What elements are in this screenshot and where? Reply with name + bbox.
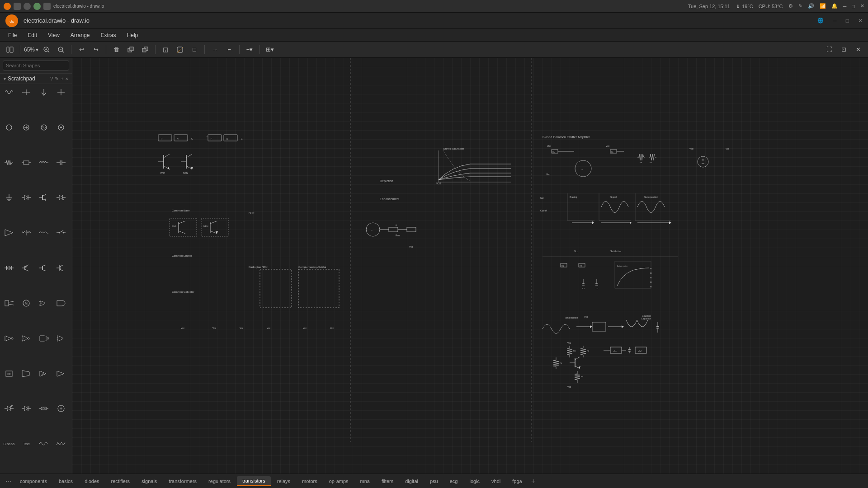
shape-arrow-down[interactable] <box>37 86 51 99</box>
tab-mna[interactable]: mna <box>355 477 375 486</box>
edit-icon[interactable]: ✎ <box>798 3 802 9</box>
menu-edit[interactable]: Edit <box>23 31 42 39</box>
shape-coil[interactable] <box>37 156 51 169</box>
shape-zener[interactable] <box>54 191 68 204</box>
shape-ground[interactable] <box>2 191 16 204</box>
sys-icon-5[interactable] <box>43 3 51 10</box>
tab-regulators[interactable]: regulators <box>203 477 236 486</box>
window-minimize[interactable]: ─ <box>843 4 847 9</box>
shape-not[interactable] <box>2 332 16 345</box>
shape-wave2[interactable] <box>37 437 51 450</box>
tab-rectifiers[interactable]: rectifiers <box>106 477 136 486</box>
shape-circle-dot[interactable] <box>54 121 68 134</box>
shape-diode[interactable] <box>19 191 33 204</box>
shape-label-text[interactable]: Text <box>19 437 33 450</box>
shape-vcvs[interactable] <box>54 402 68 415</box>
title-close[interactable]: ✕ <box>858 18 863 24</box>
sys-icon-2[interactable] <box>14 3 21 10</box>
window-maximize[interactable]: □ <box>852 4 855 9</box>
notification-icon[interactable]: 🔔 <box>831 3 838 9</box>
tab-relays[interactable]: relays <box>272 477 296 486</box>
tab-transformers[interactable]: transformers <box>163 477 202 486</box>
shape-nand[interactable] <box>37 332 51 345</box>
zoom-control[interactable]: 65% ▾ <box>24 47 38 53</box>
canvas-area[interactable]: P N C → P N C PNP <box>72 58 868 474</box>
tab-signals[interactable]: signals <box>136 477 162 486</box>
scratchpad-close-icon[interactable]: × <box>66 76 68 81</box>
tab-logic[interactable]: logic <box>464 477 485 486</box>
shape-capacitor[interactable] <box>54 156 68 169</box>
volume-icon[interactable]: 🔊 <box>808 3 814 9</box>
shape-sine[interactable] <box>2 86 16 99</box>
window-close[interactable]: ✕ <box>860 3 864 9</box>
shape-plus-cross[interactable] <box>54 86 68 99</box>
shape-and[interactable] <box>54 297 68 310</box>
rect-btn[interactable]: □ <box>188 44 201 56</box>
scratchpad-collapse-icon[interactable]: ▾ <box>4 76 6 81</box>
shape-mosfet[interactable] <box>54 262 68 274</box>
shape-zigzag[interactable] <box>54 437 68 450</box>
shape-transformer[interactable] <box>19 226 33 239</box>
shape-jfet[interactable] <box>37 262 51 274</box>
tab-ecg[interactable]: ecg <box>444 477 463 486</box>
shape-wave-resistor[interactable] <box>2 156 16 169</box>
tab-components[interactable]: components <box>14 477 52 486</box>
shape-or[interactable] <box>54 332 68 345</box>
shape-relay[interactable] <box>2 297 16 310</box>
shape-motor[interactable]: M <box>19 297 33 310</box>
fullscreen-btn[interactable]: ⛶ <box>823 44 835 56</box>
menu-extras[interactable]: Extras <box>96 31 121 39</box>
title-minimize[interactable]: ─ <box>833 18 837 24</box>
shape-photo[interactable] <box>19 402 33 415</box>
tab-fpga[interactable]: fpga <box>507 477 527 486</box>
tab-diodes[interactable]: diodes <box>79 477 104 486</box>
zoom-dropdown-icon[interactable]: ▾ <box>36 47 38 53</box>
shape-led[interactable] <box>2 402 16 415</box>
menu-help[interactable]: Help <box>123 31 143 39</box>
shape-circle[interactable] <box>2 121 16 134</box>
table-btn[interactable]: ⊞▾ <box>264 44 276 56</box>
shape-op-amp[interactable] <box>2 226 16 239</box>
tab-basics[interactable]: basics <box>53 477 78 486</box>
shape-ff[interactable]: FF <box>2 367 16 380</box>
title-restore[interactable]: □ <box>846 18 849 24</box>
shape-schmitt[interactable] <box>37 367 51 380</box>
shape-mux[interactable] <box>19 367 33 380</box>
shape-circle-cross[interactable] <box>19 121 33 134</box>
shape-transistor-npn[interactable] <box>37 191 51 204</box>
shape-fuse[interactable] <box>37 402 51 415</box>
tab-transistors[interactable]: transistors <box>237 476 271 486</box>
tab-vhdl[interactable]: vhdl <box>486 477 506 486</box>
waypoint-btn[interactable]: ⌐ <box>223 44 236 56</box>
menu-arrange[interactable]: Arrange <box>66 31 94 39</box>
tab-add-btn[interactable]: + <box>528 477 538 485</box>
tab-more-btn[interactable]: ⋯ <box>4 478 14 485</box>
to-front-btn[interactable] <box>124 44 137 56</box>
shape-xor[interactable] <box>37 297 51 310</box>
delete-btn[interactable]: 🗑 <box>110 44 123 56</box>
sys-icon-4[interactable] <box>33 3 41 10</box>
menu-file[interactable]: File <box>4 31 21 39</box>
undo-btn[interactable]: ↩ <box>75 44 88 56</box>
connector-btn[interactable]: → <box>208 44 221 56</box>
search-input[interactable] <box>3 61 69 70</box>
network-icon[interactable]: 📶 <box>820 3 826 9</box>
tab-filters[interactable]: filters <box>376 477 399 486</box>
tab-digital[interactable]: digital <box>400 477 424 486</box>
shape-battery[interactable] <box>2 262 16 274</box>
zoom-out-btn[interactable] <box>55 44 67 56</box>
title-window-icon[interactable]: 🌐 <box>817 18 824 23</box>
tab-psu[interactable]: psu <box>425 477 443 486</box>
zoom-in-btn[interactable] <box>40 44 53 56</box>
scratchpad-edit-icon[interactable]: ✎ <box>55 76 59 82</box>
shape-circle-ac[interactable] <box>37 121 51 134</box>
fit-page-btn[interactable]: ⊡ <box>837 44 850 56</box>
more-btn[interactable]: ✕ <box>852 44 864 56</box>
scratchpad-help-icon[interactable]: ? <box>50 76 53 81</box>
shape-pnp[interactable] <box>19 262 33 274</box>
settings-icon[interactable]: ⚙ <box>788 3 793 9</box>
sys-icon-3[interactable] <box>24 3 31 10</box>
redo-btn[interactable]: ↪ <box>90 44 102 56</box>
shape-rect-resistor[interactable] <box>19 156 33 169</box>
insert-btn[interactable]: +▾ <box>243 44 256 56</box>
